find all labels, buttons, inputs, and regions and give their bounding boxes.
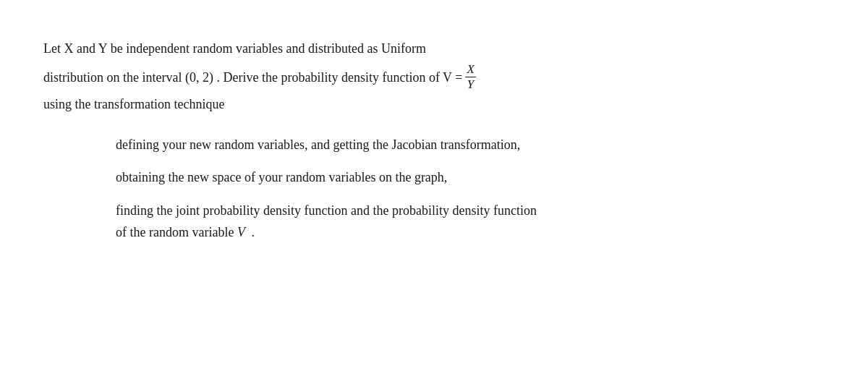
- fraction-v: X Y: [465, 63, 475, 92]
- sub-item-3-line2-prefix: of the random variable: [116, 225, 237, 239]
- sub-item-3-line1: finding the joint probability density fu…: [116, 200, 825, 222]
- sub-item-3-suffix: .: [248, 225, 255, 239]
- sub-item-3: finding the joint probability density fu…: [116, 195, 825, 249]
- line-1: Let X and Y be independent random variab…: [43, 38, 825, 60]
- fraction-numerator: X: [465, 63, 475, 78]
- sub-item-3-var: V: [237, 225, 245, 239]
- sub-item-2-text: obtaining the new space of your random v…: [116, 170, 447, 184]
- sub-item-2: obtaining the new space of your random v…: [116, 161, 825, 195]
- line-3: using the transformation technique: [43, 93, 825, 116]
- sub-item-1: defining your new random variables, and …: [116, 129, 825, 162]
- line-2: distribution on the interval (0, 2) . De…: [43, 63, 825, 92]
- line3-text: using the transformation technique: [43, 97, 224, 111]
- fraction-denominator: Y: [466, 77, 475, 92]
- page-container: Let X and Y be independent random variab…: [0, 0, 868, 387]
- line2-prefix: distribution on the interval (0, 2) . De…: [43, 64, 462, 90]
- sub-items-container: defining your new random variables, and …: [116, 129, 825, 250]
- sub-item-3-line2: of the random variable V .: [116, 222, 825, 244]
- line1-text: Let X and Y be independent random variab…: [43, 38, 426, 60]
- sub-item-1-text: defining your new random variables, and …: [116, 137, 520, 152]
